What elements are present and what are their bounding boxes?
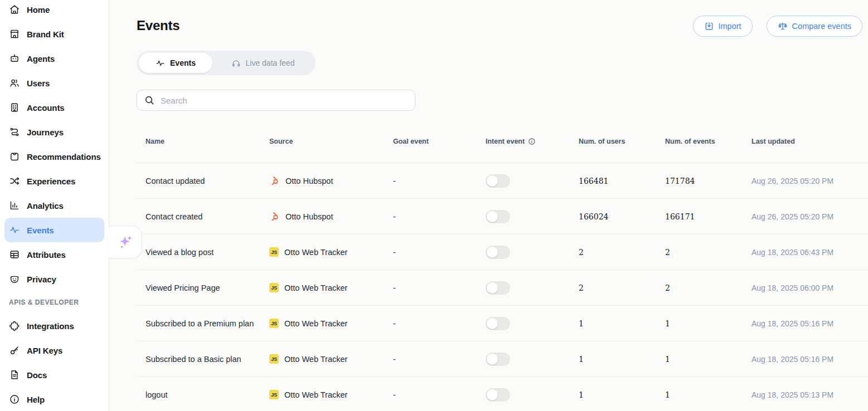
- sidebar-nav: HomeBrand KitAgentsUsersAccountsJourneys…: [0, 0, 109, 411]
- event-name-cell: logout: [146, 390, 269, 399]
- toggle-knob: [487, 318, 498, 329]
- last-updated-cell: Aug 18, 2025 05:13 PM: [751, 390, 868, 399]
- sidebar-item-home[interactable]: Home: [0, 0, 109, 22]
- users-icon: [9, 77, 20, 89]
- main-content: Events ImportCompare events EventsLive d…: [109, 0, 868, 411]
- search-input[interactable]: [161, 96, 408, 105]
- tab-live-data-feed[interactable]: Live data feed: [212, 58, 313, 68]
- num-events-cell: 2: [665, 248, 751, 257]
- sidebar-item-integrations[interactable]: Integrations: [0, 314, 109, 338]
- activity-icon: [9, 224, 20, 236]
- goal-event-cell: -: [393, 390, 486, 399]
- sidebar-item-recommendations[interactable]: Recommendations: [0, 144, 109, 169]
- sidebar-item-accounts[interactable]: Accounts: [0, 95, 109, 120]
- intent-event-toggle[interactable]: [486, 210, 510, 223]
- sidebar-item-label: Home: [27, 5, 50, 14]
- sidebar-item-label: Recommendations: [27, 152, 101, 162]
- event-name-cell: Subscribed to a Premium plan: [146, 319, 269, 328]
- sidebar-item-privacy[interactable]: Privacy: [0, 267, 109, 291]
- sidebar-item-events[interactable]: Events: [4, 218, 104, 242]
- intent-event-cell: [486, 388, 579, 402]
- sidebar-item-label: Users: [27, 79, 50, 88]
- source-label: Otto Web Tracker: [284, 319, 347, 328]
- num-events-cell: 2: [665, 283, 751, 292]
- js-icon: JS: [269, 390, 279, 399]
- ai-assistant-button[interactable]: [109, 226, 142, 258]
- source-cell: JSOtto Web Tracker: [269, 354, 393, 364]
- table-body: Contact updatedOtto Hubspot-166481171784…: [137, 163, 868, 411]
- journey-icon: [9, 126, 20, 138]
- home-icon: [9, 4, 20, 15]
- page-title: Events: [137, 18, 180, 33]
- sidebar-item-agents[interactable]: Agents: [0, 46, 109, 71]
- js-icon: JS: [269, 283, 279, 292]
- intent-event-cell: [486, 317, 579, 330]
- last-updated-cell: Aug 18, 2025 05:16 PM: [751, 355, 868, 364]
- num-users-cell: 2: [579, 283, 665, 292]
- intent-event-toggle[interactable]: [486, 281, 510, 295]
- import-button[interactable]: Import: [693, 16, 753, 37]
- tab-label: Live data feed: [246, 58, 295, 67]
- intent-event-toggle[interactable]: [486, 246, 510, 259]
- sidebar-item-experiences[interactable]: Experiences: [0, 169, 109, 193]
- toggle-knob: [487, 354, 498, 365]
- sidebar-item-api-keys[interactable]: API Keys: [0, 338, 109, 363]
- mask-icon: [9, 273, 20, 285]
- sidebar-item-analytics[interactable]: Analytics: [0, 193, 109, 218]
- column-header-label: Name: [146, 138, 164, 145]
- intent-event-toggle[interactable]: [486, 353, 510, 366]
- js-icon: JS: [269, 247, 279, 257]
- key-icon: [9, 345, 20, 356]
- intent-event-cell: [486, 281, 579, 295]
- intent-event-cell: [486, 174, 579, 188]
- sidebar-item-attributes[interactable]: Attributes: [0, 242, 109, 267]
- column-header-name: Name: [146, 138, 269, 145]
- sidebar-section-label: APIS & DEVELOPER: [0, 291, 109, 314]
- compare-events-button[interactable]: Compare events: [767, 16, 862, 37]
- column-header-num-of-users: Num. of users: [579, 138, 665, 145]
- chart-icon: [9, 200, 20, 211]
- last-updated-cell: Aug 18, 2025 06:00 PM: [751, 283, 868, 292]
- button-label: Import: [719, 22, 741, 31]
- robot-icon: [9, 53, 20, 64]
- sidebar-item-help[interactable]: Help: [0, 387, 109, 411]
- num-users-cell: 2: [579, 248, 665, 257]
- sidebar-item-label: Attributes: [27, 250, 66, 260]
- num-events-cell: 1: [665, 355, 751, 364]
- source-cell: Otto Hubspot: [269, 211, 393, 222]
- toggle-knob: [487, 247, 498, 258]
- column-header-num-of-events: Num. of events: [665, 138, 751, 145]
- search-box[interactable]: [137, 90, 415, 111]
- js-icon: JS: [269, 354, 279, 364]
- sidebar-item-journeys[interactable]: Journeys: [0, 120, 109, 144]
- sidebar-item-users[interactable]: Users: [0, 71, 109, 95]
- sidebar-item-label: Integrations: [27, 321, 74, 331]
- table-row: Viewed a blog postJSOtto Web Tracker-22A…: [137, 234, 868, 270]
- toggle-knob: [487, 389, 498, 400]
- num-users-cell: 166024: [579, 212, 665, 221]
- source-label: Otto Hubspot: [285, 212, 333, 221]
- intent-event-toggle[interactable]: [486, 317, 510, 330]
- column-header-label: Intent event: [486, 138, 525, 145]
- goal-event-cell: -: [393, 319, 486, 328]
- sidebar-item-label: Brand Kit: [27, 30, 64, 39]
- table-icon: [9, 249, 20, 260]
- source-cell: Otto Hubspot: [269, 175, 393, 186]
- num-events-cell: 171784: [665, 177, 751, 185]
- source-label: Otto Web Tracker: [284, 283, 347, 292]
- document-icon: [9, 369, 20, 380]
- last-updated-cell: Aug 26, 2025 05:20 PM: [751, 212, 868, 221]
- column-header-intent-event: Intent event: [486, 138, 579, 145]
- column-header-source: Source: [269, 138, 393, 145]
- sidebar-item-brand-kit[interactable]: Brand Kit: [0, 22, 109, 46]
- event-name-cell: Contact created: [146, 212, 269, 221]
- source-label: Otto Web Tracker: [284, 390, 347, 399]
- intent-event-toggle[interactable]: [486, 174, 510, 188]
- tab-events[interactable]: Events: [139, 53, 212, 73]
- sidebar-item-docs[interactable]: Docs: [0, 363, 109, 387]
- source-label: Otto Hubspot: [285, 177, 333, 185]
- num-users-cell: 166481: [579, 177, 665, 185]
- shuffle-icon: [9, 175, 20, 187]
- table-row: Contact updatedOtto Hubspot-166481171784…: [137, 163, 868, 198]
- intent-event-toggle[interactable]: [486, 388, 510, 402]
